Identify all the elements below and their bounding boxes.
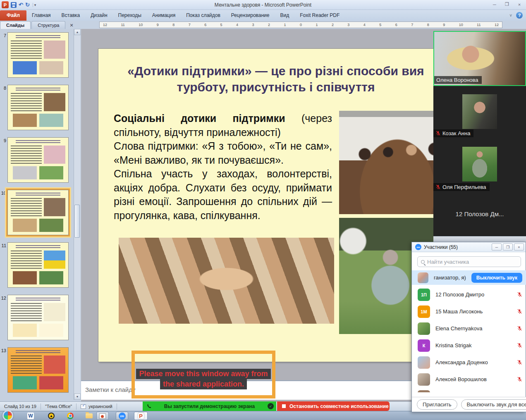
tab-slides-panel[interactable]: Слайды: [0, 21, 31, 29]
thumbnails-scrollbar[interactable]: ▲ ▼: [74, 29, 80, 400]
slide-thumbnails-panel: 7 8: [0, 29, 81, 401]
thumb-title-lines: [16, 350, 60, 354]
slide-thumbnail[interactable]: 12: [0, 295, 81, 341]
participant-row[interactable]: Алексей Ворошилов: [412, 371, 526, 388]
thumb-image: [44, 146, 65, 164]
close-button[interactable]: ×: [514, 1, 525, 8]
tab-home[interactable]: Главная: [26, 10, 56, 21]
tab-insert[interactable]: Вставка: [56, 10, 86, 21]
language-label: украинский: [88, 404, 112, 409]
thumb-image: [39, 271, 63, 284]
taskbar-slideshow-button[interactable]: [96, 412, 109, 420]
slide-number: 8: [0, 85, 7, 131]
search-input[interactable]: [427, 259, 517, 265]
minimize-button[interactable]: ─: [489, 1, 500, 8]
video-name-label: Козак Анна: [433, 129, 473, 137]
tab-animations[interactable]: Анимация: [147, 10, 181, 21]
participants-maximize-icon[interactable]: ❒: [503, 243, 513, 251]
ribbon-collapse-icon[interactable]: ˅: [509, 13, 512, 18]
tab-slideshow[interactable]: Показ слайдов: [181, 10, 226, 21]
help-icon[interactable]: ?: [516, 12, 523, 19]
participants-close-icon[interactable]: ×: [514, 243, 524, 251]
slide-thumbnail[interactable]: 9: [0, 137, 81, 184]
thumb-text-lines: [11, 93, 42, 111]
thumb-title-lines: [16, 193, 60, 196]
video-tile[interactable]: Оля Перфильева Оля Перфильева: [433, 138, 526, 192]
slide-number: 7: [0, 32, 7, 79]
tab-review[interactable]: Рецензирование: [226, 10, 275, 21]
thumb-image: [13, 219, 37, 232]
participant-row[interactable]: 1П 12 Полозов Дмитро: [412, 286, 526, 303]
slide-title[interactable]: «Дотики підтримки» — це про різні способ…: [112, 63, 439, 95]
slide-thumbnail[interactable]: 10: [0, 190, 81, 236]
taskbar-antivirus-icon[interactable]: ▲: [46, 412, 56, 420]
scroll-down-icon[interactable]: ▼: [74, 394, 81, 400]
slide-thumbnail[interactable]: 13: [0, 347, 81, 394]
tab-transitions[interactable]: Переходы: [113, 10, 147, 21]
thumb-title-lines: [16, 298, 60, 301]
mute-all-button[interactable]: Выключить звук для всех: [461, 399, 526, 410]
participants-header[interactable]: zm Участники (55) ─ ❒ ×: [412, 242, 526, 252]
thumb-image: [13, 61, 37, 74]
stop-share-button[interactable]: Остановить совместное использование: [277, 401, 390, 411]
thumb-image: [39, 166, 63, 179]
ribbon-tab-row: Файл Главная Вставка Дизайн Переходы Ани…: [0, 10, 526, 21]
mute-participant-button[interactable]: Выключить звук: [471, 273, 522, 283]
participant-row[interactable]: Александра Доценко: [412, 354, 526, 371]
thumb-title-lines: [16, 88, 60, 91]
slide-thumbnail[interactable]: 8: [0, 85, 81, 131]
taskbar-zoom-button[interactable]: zm: [116, 412, 128, 420]
zoom-video-panel[interactable]: Олена Воронова Олена Воронова Козак Анна…: [433, 31, 526, 242]
panel-close-icon[interactable]: ✕: [66, 22, 77, 29]
video-tile[interactable]: Козак Анна Козак Анна: [433, 86, 526, 138]
thumb-image: [39, 61, 63, 74]
thumb-image: [44, 356, 65, 374]
slide-body-text[interactable]: Соціальні дотики підтримки (через спільн…: [114, 112, 332, 222]
video-name-label: Оля Перфильева: [433, 183, 490, 191]
participant-row[interactable]: Elena Chernyakova: [412, 320, 526, 337]
window-title: Ментальне здоровя - Microsoft PowerPoint: [0, 2, 526, 8]
slide-thumbnail[interactable]: 7: [0, 32, 81, 79]
slide-thumbnail[interactable]: 11: [0, 242, 81, 289]
thumb-text-lines: [11, 41, 42, 59]
thumb-image: [39, 114, 63, 127]
participant-row[interactable]: К Kristina Strigak: [412, 337, 526, 354]
muted-mic-icon: [517, 326, 522, 331]
taskbar-powerpoint-button[interactable]: P: [134, 412, 148, 420]
share-status-text: Вы запустили демонстрацию экрана: [151, 403, 268, 409]
participant-row[interactable]: [412, 388, 526, 392]
zoom-app-icon: zm: [119, 413, 126, 420]
thumb-image: [13, 114, 37, 127]
participants-title: Участники (55): [424, 244, 490, 250]
tab-outline-panel[interactable]: Структура: [31, 21, 65, 29]
tab-design[interactable]: Дизайн: [85, 10, 112, 21]
taskbar-word-icon[interactable]: W: [26, 412, 36, 420]
start-button[interactable]: [2, 410, 13, 420]
scrollbar-thumb[interactable]: [74, 205, 80, 238]
video-tile[interactable]: 12 Полозов Дм... 12 Полозов Дм...: [433, 192, 526, 236]
participant-row[interactable]: 1М 15 Маша Лисоконь: [412, 303, 526, 320]
restore-button[interactable]: ❒: [501, 1, 513, 8]
avatar: 1П: [418, 289, 430, 301]
hands-together-photo: [119, 238, 334, 324]
thumb-title-lines: [16, 140, 60, 144]
horizontal-ruler: 1211109876543210123456789101112: [99, 21, 502, 28]
tab-foxit[interactable]: Foxit Reader PDF: [294, 10, 345, 21]
participants-minimize-icon[interactable]: ─: [492, 243, 502, 251]
participant-row[interactable]: ганизатор, я) Выключить звук: [412, 270, 526, 285]
video-panel-bottom-bar[interactable]: [433, 236, 526, 242]
scroll-up-icon[interactable]: ▲: [74, 29, 81, 35]
participant-name: Алексей Ворошилов: [435, 376, 517, 382]
tab-view[interactable]: Вид: [275, 10, 295, 21]
invite-button[interactable]: Пригласить: [417, 399, 457, 410]
slide-number: 12: [0, 295, 7, 341]
phone-icon: [147, 404, 151, 408]
spellcheck-status[interactable]: украинский: [77, 403, 117, 410]
participant-search[interactable]: [417, 256, 521, 267]
taskbar-explorer-icon[interactable]: [84, 412, 94, 420]
taskbar-chrome-icon[interactable]: [65, 412, 75, 420]
screen: P ↶ ↻ ▾ Ментальне здоровя - Microsoft Po…: [0, 0, 526, 420]
video-tile[interactable]: Олена Воронова Олена Воронова: [433, 31, 526, 86]
left-panel-tabs: Слайды Структура ✕: [0, 21, 77, 29]
tab-file[interactable]: Файл: [0, 10, 26, 21]
